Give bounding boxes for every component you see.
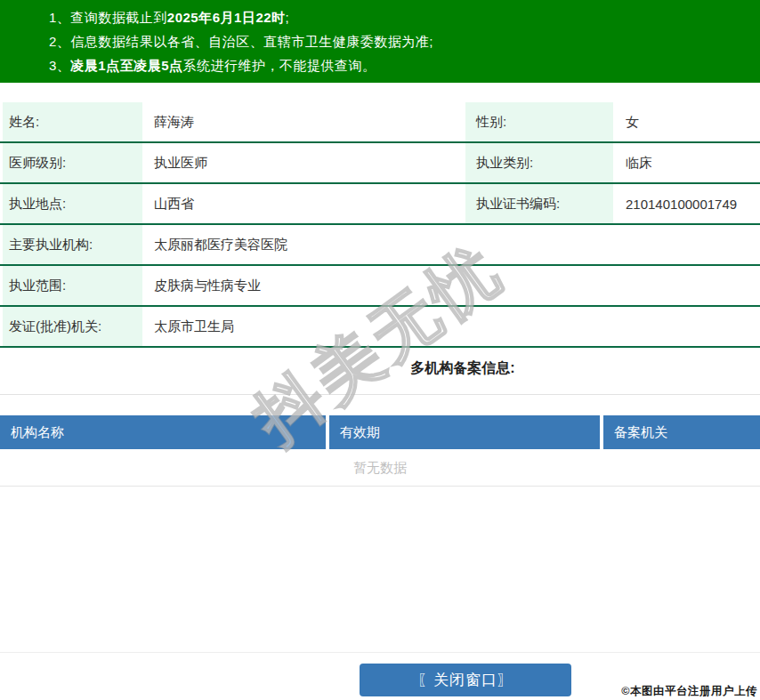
license-number-label: 执业证书编码: [465, 184, 613, 223]
divider-line-bottom [0, 652, 760, 653]
notice-1-bold-text: 2025年6月1日22时 [167, 10, 286, 25]
info-row-name-gender: 姓名: 薛海涛 性别: 女 [0, 102, 760, 143]
doctor-level-value: 执业医师 [142, 143, 465, 182]
practice-location-label: 执业地点: [3, 184, 142, 223]
records-empty-message: 暂无数据 [0, 449, 760, 487]
notice-3-text-end: 系统进行维护，不能提供查询。 [183, 58, 376, 73]
issuing-authority-value: 太原市卫生局 [142, 307, 760, 346]
notice-2-number: 2、 [49, 34, 70, 49]
multi-institution-section-title: 多机构备案信息: [0, 359, 760, 378]
practitioner-query-result-page: 1、查询数据截止到2025年6月1日22时; 2、信息数据结果以各省、自治区、直… [0, 0, 760, 700]
notice-1-text-end: ; [286, 10, 290, 25]
info-row-issuing-authority: 发证(批准)机关: 太原市卫生局 [0, 307, 760, 348]
gender-label: 性别: [465, 102, 613, 141]
issuing-authority-label: 发证(批准)机关: [3, 307, 142, 346]
close-window-button[interactable]: 〖关闭窗口〗 [360, 664, 571, 696]
practice-scope-label: 执业范围: [3, 266, 142, 305]
notice-line-2: 2、信息数据结果以各省、自治区、直辖市卫生健康委数据为准; [49, 29, 760, 53]
practitioner-info-table: 姓名: 薛海涛 性别: 女 医师级别: 执业医师 执业类别: 临床 执业地点: … [0, 102, 760, 348]
info-row-location-license: 执业地点: 山西省 执业证书编码: 210140100001749 [0, 184, 760, 225]
divider-line-top [0, 394, 760, 395]
name-value: 薛海涛 [142, 102, 465, 141]
doctor-level-label: 医师级别: [3, 143, 142, 182]
practice-category-label: 执业类别: [465, 143, 613, 182]
records-table-header: 机构名称 有效期 备案机关 [0, 415, 760, 449]
gender-value: 女 [613, 102, 760, 141]
notice-line-1: 1、查询数据截止到2025年6月1日22时; [49, 5, 760, 29]
main-institution-label: 主要执业机构: [3, 225, 142, 264]
info-row-level-category: 医师级别: 执业医师 执业类别: 临床 [0, 143, 760, 184]
notice-2-text: 信息数据结果以各省、自治区、直辖市卫生健康委数据为准; [70, 34, 433, 49]
records-header-filing-authority: 备案机关 [603, 415, 760, 449]
info-row-main-institution: 主要执业机构: 太原丽都医疗美容医院 [0, 225, 760, 266]
notice-1-number: 1、 [49, 10, 70, 25]
practice-scope-value: 皮肤病与性病专业 [142, 266, 760, 305]
notice-3-bold-text: 凌晨1点至凌晨5点 [70, 58, 182, 73]
license-number-value: 210140100001749 [613, 184, 760, 223]
notice-line-3: 3、凌晨1点至凌晨5点系统进行维护，不能提供查询。 [49, 53, 760, 77]
info-row-practice-scope: 执业范围: 皮肤病与性病专业 [0, 266, 760, 307]
records-header-institution-name: 机构名称 [0, 415, 326, 449]
copyright-watermark: ©本图由平台注册用户上传 [621, 684, 757, 699]
main-institution-value: 太原丽都医疗美容医院 [142, 225, 760, 264]
practice-location-value: 山西省 [142, 184, 465, 223]
records-header-validity-period: 有效期 [329, 415, 600, 449]
notice-banner: 1、查询数据截止到2025年6月1日22时; 2、信息数据结果以各省、自治区、直… [0, 0, 760, 83]
notice-3-number: 3、 [49, 58, 70, 73]
notice-1-text: 查询数据截止到 [70, 10, 167, 25]
practice-category-value: 临床 [613, 143, 760, 182]
name-label: 姓名: [3, 102, 142, 141]
